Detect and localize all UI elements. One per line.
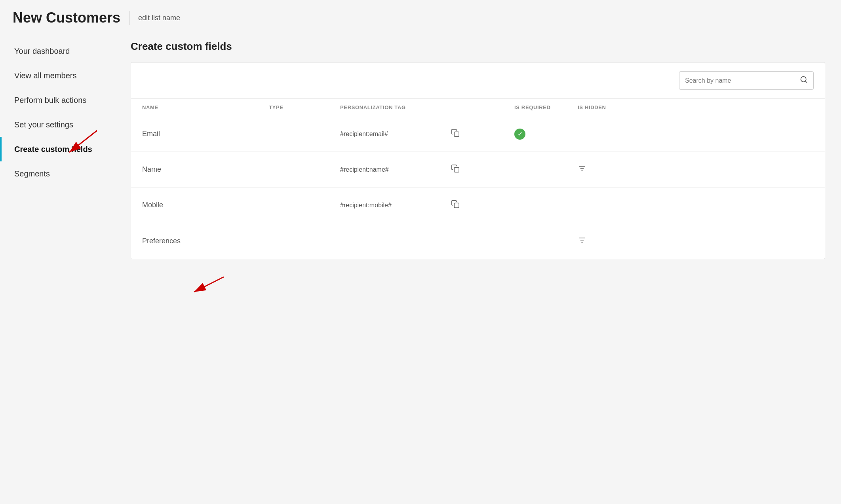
field-type <box>269 197 340 213</box>
is-required-cell <box>514 197 578 213</box>
required-check-icon: ✓ <box>514 129 525 140</box>
col-type: TYPE <box>269 99 340 116</box>
header-divider <box>129 11 129 25</box>
sidebar-item-settings[interactable]: Set your settings <box>0 112 123 137</box>
table-header: NAME TYPE PERSONALIZATION TAG IS REQUIRE… <box>131 99 825 116</box>
sidebar-item-bulk-actions[interactable]: Perform bulk actions <box>0 88 123 112</box>
table-row: Mobile#recipient:mobile# <box>131 188 825 223</box>
filter-icon[interactable] <box>578 164 586 173</box>
svg-rect-3 <box>454 167 459 172</box>
table-row: Preferences <box>131 223 825 259</box>
sidebar-item-custom-fields[interactable]: Create custom fields <box>0 137 123 161</box>
personalization-tag <box>340 233 451 249</box>
search-input[interactable] <box>679 73 794 88</box>
search-input-wrap <box>679 71 814 90</box>
personalization-tag: #recipient:mobile# <box>340 193 451 218</box>
field-type <box>269 162 340 178</box>
field-name: Email <box>142 122 269 146</box>
is-hidden-cell <box>578 228 609 254</box>
field-type <box>269 233 340 249</box>
main-title: Create custom fields <box>131 40 825 53</box>
svg-line-1 <box>805 81 807 83</box>
copy-cell <box>451 192 514 218</box>
personalization-tag: #recipient:email# <box>340 121 451 147</box>
is-hidden-cell <box>578 197 609 213</box>
edit-list-name-link[interactable]: edit list name <box>138 14 180 22</box>
filter-icon[interactable] <box>578 236 586 244</box>
sidebar-item-dashboard[interactable]: Your dashboard <box>0 39 123 63</box>
field-type <box>269 126 340 142</box>
is-hidden-cell <box>578 126 609 142</box>
personalization-tag: #recipient:name# <box>340 157 451 182</box>
copy-icon[interactable] <box>451 129 460 137</box>
is-hidden-cell <box>578 156 609 183</box>
sidebar-item-view-members[interactable]: View all members <box>0 63 123 88</box>
field-name: Preferences <box>142 229 269 253</box>
main-content: Create custom fields <box>123 32 841 491</box>
search-bar-row <box>131 63 825 99</box>
is-required-cell <box>514 233 578 249</box>
copy-cell <box>451 121 514 147</box>
table-row: Name#recipient:name# <box>131 152 825 188</box>
table-rows: Email#recipient:email#✓Name#recipient:na… <box>131 116 825 259</box>
is-required-cell: ✓ <box>514 121 578 148</box>
is-required-cell <box>514 162 578 178</box>
search-icon <box>800 76 808 83</box>
copy-cell <box>451 156 514 183</box>
sidebar-item-segments[interactable]: Segments <box>0 161 123 186</box>
field-name: Mobile <box>142 193 269 217</box>
col-is-required: IS REQUIRED <box>514 99 578 116</box>
sidebar: Your dashboardView all membersPerform bu… <box>0 32 123 491</box>
copy-icon[interactable] <box>451 200 460 208</box>
svg-rect-7 <box>454 203 459 208</box>
col-personalization-tag: PERSONALIZATION TAG <box>340 99 451 116</box>
col-copy <box>451 99 514 116</box>
col-is-hidden: IS HIDDEN <box>578 99 609 116</box>
table-row: Email#recipient:email#✓ <box>131 116 825 152</box>
page-title: New Customers <box>13 9 120 26</box>
copy-cell <box>451 233 514 249</box>
custom-fields-table: NAME TYPE PERSONALIZATION TAG IS REQUIRE… <box>131 62 825 259</box>
field-name: Name <box>142 157 269 182</box>
copy-icon[interactable] <box>451 164 460 173</box>
col-name: NAME <box>142 99 269 116</box>
search-button[interactable] <box>794 72 813 89</box>
svg-rect-2 <box>454 132 459 136</box>
